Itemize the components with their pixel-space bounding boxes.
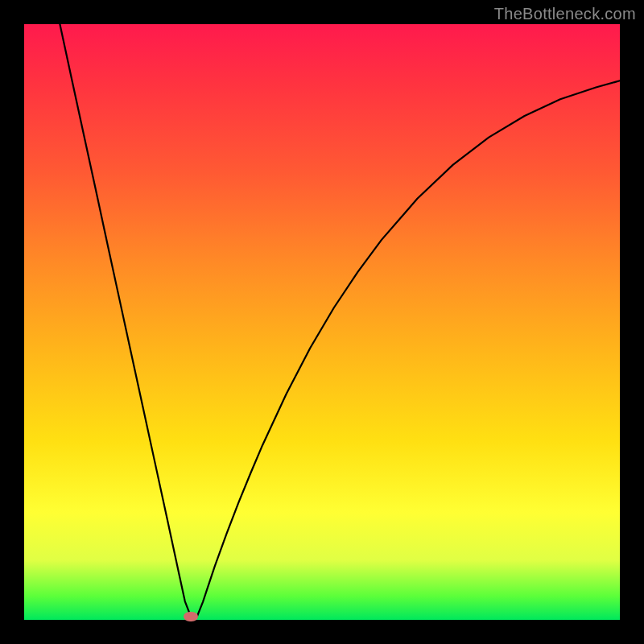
bottleneck-curve	[24, 24, 620, 620]
watermark-text: TheBottleneck.com	[494, 5, 636, 23]
plot-area	[24, 24, 620, 620]
optimum-point-marker	[184, 612, 198, 621]
chart-frame: TheBottleneck.com	[0, 0, 644, 644]
